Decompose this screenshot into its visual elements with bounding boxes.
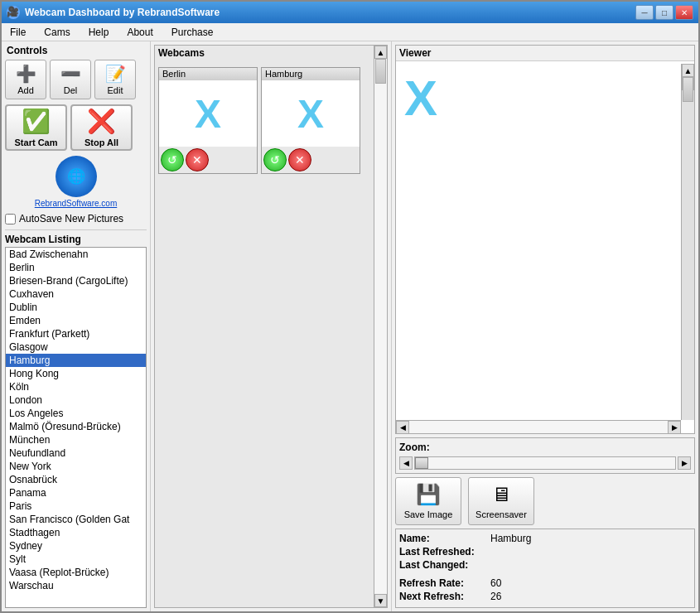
screensaver-icon: 🖥 xyxy=(491,483,511,506)
info-changed-row: Last Changed: xyxy=(399,559,691,571)
scroll-thumb[interactable] xyxy=(375,59,386,84)
webcam-list-item[interactable]: Glasgow xyxy=(6,340,146,354)
save-image-icon: 💾 xyxy=(416,483,441,506)
info-refreshed-label: Last Refreshed: xyxy=(399,546,490,557)
maximize-button[interactable]: □ xyxy=(655,5,673,20)
zoom-right-arrow[interactable]: ▶ xyxy=(678,456,691,470)
brand-logo: 🌐 RebrandSoftware.com xyxy=(5,156,147,208)
webcam-thumb-title: Berlin xyxy=(159,68,257,80)
menu-about[interactable]: About xyxy=(123,25,156,40)
h-scroll-track xyxy=(409,421,668,434)
del-button[interactable]: ➖ Del xyxy=(50,60,91,99)
h-scroll-right[interactable]: ▶ xyxy=(668,421,681,434)
minimize-button[interactable]: ─ xyxy=(635,5,654,20)
title-bar: 🎥 Webcam Dashboard by RebrandSoftware ─ … xyxy=(2,2,698,23)
webcam-list-item[interactable]: Hong Kong xyxy=(6,367,146,380)
webcam-list-item[interactable]: Warschau xyxy=(6,579,146,592)
stop-all-icon: ❌ xyxy=(87,108,116,135)
center-panel: Webcams Berlin X ↺ ✕ Hamburg X ↺ ✕ ▲ xyxy=(151,41,392,611)
webcam-list-item[interactable]: New York xyxy=(6,460,146,473)
webcam-list-item[interactable]: Berlin xyxy=(6,261,146,274)
webcam-listing-label: Webcam Listing xyxy=(5,229,147,245)
webcam-list-item[interactable]: San Francisco (Golden Gat xyxy=(6,513,146,526)
thumb-stop-button[interactable]: ✕ xyxy=(288,148,311,171)
webcam-list-item[interactable]: Sydney xyxy=(6,539,146,553)
menu-file[interactable]: File xyxy=(7,25,29,40)
info-name-row: Name: Hamburg xyxy=(399,533,691,544)
viewer-x-placeholder: X xyxy=(404,70,437,127)
del-icon: ➖ xyxy=(60,64,81,84)
webcam-list-item[interactable]: Hamburg xyxy=(6,354,146,367)
title-controls: ─ □ ✕ xyxy=(635,5,693,20)
webcam-list-item[interactable]: Bad Zwischenahn xyxy=(6,248,146,261)
webcam-list-item[interactable]: München xyxy=(6,433,146,446)
viewer-scroll-up[interactable]: ▲ xyxy=(682,64,694,77)
viewer-label: Viewer xyxy=(396,46,694,61)
webcam-list-item[interactable]: London xyxy=(6,393,146,407)
webcam-list-item[interactable]: Osnabrück xyxy=(6,473,146,486)
webcam-list-item[interactable]: Los Angeles xyxy=(6,407,146,420)
info-next-label: Next Refresh: xyxy=(399,591,490,602)
webcam-list-item[interactable]: Paris xyxy=(6,500,146,513)
webcam-list-item[interactable]: Neufundland xyxy=(6,446,146,460)
webcam-list-item[interactable]: Sylt xyxy=(6,553,146,566)
menu-purchase[interactable]: Purchase xyxy=(168,25,217,40)
thumb-refresh-button[interactable]: ↺ xyxy=(161,148,184,171)
close-button[interactable]: ✕ xyxy=(675,5,693,20)
webcam-list-item[interactable]: Vaasa (Replot-Brücke) xyxy=(6,566,146,579)
webcam-list-item[interactable]: Stadthagen xyxy=(6,526,146,539)
add-label: Add xyxy=(17,85,34,95)
stop-all-button[interactable]: ❌ Stop All xyxy=(70,104,133,151)
info-next-value: 26 xyxy=(490,591,501,602)
edit-button[interactable]: 📝 Edit xyxy=(94,60,136,99)
viewer-scrollbar-h[interactable]: ◀ ▶ xyxy=(396,420,681,433)
webcam-list[interactable]: Bad ZwischenahnBerlinBriesen-Brand (Carg… xyxy=(5,247,147,608)
brand-url[interactable]: RebrandSoftware.com xyxy=(5,199,147,208)
webcams-scrollbar[interactable]: ▲ ▼ xyxy=(374,46,387,607)
start-cam-label: Start Cam xyxy=(15,138,58,147)
zoom-section: Zoom: ◀ ▶ xyxy=(395,437,695,474)
add-icon: ➕ xyxy=(16,64,36,84)
webcam-list-item[interactable]: Emden xyxy=(6,314,146,327)
thumb-stop-button[interactable]: ✕ xyxy=(186,148,209,171)
start-cam-button[interactable]: ✅ Start Cam xyxy=(5,104,67,151)
webcam-list-item[interactable]: Cuxhaven xyxy=(6,287,146,301)
add-button[interactable]: ➕ Add xyxy=(5,60,46,99)
h-scroll-left[interactable]: ◀ xyxy=(396,421,409,434)
webcam-list-item[interactable]: Köln xyxy=(6,380,146,393)
zoom-slider-row: ◀ ▶ xyxy=(399,456,691,470)
right-panel: Viewer X ◀ ▶ ▲ ▼ xyxy=(392,41,698,611)
menu-bar: File Cams Help About Purchase xyxy=(2,23,698,41)
controls-toolbar: ➕ Add ➖ Del 📝 Edit xyxy=(5,60,147,99)
menu-cams[interactable]: Cams xyxy=(41,25,73,40)
menu-help[interactable]: Help xyxy=(85,25,113,40)
edit-label: Edit xyxy=(108,85,123,95)
zoom-label: Zoom: xyxy=(399,442,691,453)
zoom-slider[interactable] xyxy=(414,456,676,470)
window-title: Webcam Dashboard by RebrandSoftware xyxy=(25,7,220,18)
webcam-list-item[interactable]: Malmö (Öresund-Brücke) xyxy=(6,420,146,433)
stop-all-label: Stop All xyxy=(84,138,118,147)
save-image-label: Save Image xyxy=(404,509,453,519)
left-panel: Controls ➕ Add ➖ Del 📝 Edit ✅ xyxy=(2,41,151,611)
info-rate-value: 60 xyxy=(490,577,501,589)
webcam-list-item[interactable]: Frankfurt (Parkett) xyxy=(6,327,146,340)
zoom-left-arrow[interactable]: ◀ xyxy=(399,456,413,470)
autosave-checkbox[interactable] xyxy=(5,214,16,224)
zoom-thumb[interactable] xyxy=(415,457,428,469)
scroll-down-arrow[interactable]: ▼ xyxy=(374,594,387,607)
viewer-scrollbar-v[interactable]: ▲ ▼ xyxy=(681,64,694,420)
webcams-section: Webcams Berlin X ↺ ✕ Hamburg X ↺ ✕ ▲ xyxy=(154,45,388,608)
webcam-list-item[interactable]: Dublin xyxy=(6,301,146,314)
screensaver-label: Screensaver xyxy=(476,509,527,519)
webcam-list-item[interactable]: Briesen-Brand (CargoLifte) xyxy=(6,274,146,287)
info-section: Name: Hamburg Last Refreshed: Last Chang… xyxy=(395,529,695,608)
save-image-button[interactable]: 💾 Save Image xyxy=(395,477,461,525)
viewer-scroll-thumb[interactable] xyxy=(683,77,693,102)
thumb-refresh-button[interactable]: ↺ xyxy=(263,148,287,171)
webcam-list-item[interactable]: Panama xyxy=(6,486,146,500)
webcam-thumb-image: X xyxy=(159,80,257,147)
webcam-thumbnail: Berlin X ↺ ✕ xyxy=(158,67,258,174)
scroll-up-arrow[interactable]: ▲ xyxy=(374,46,387,59)
screensaver-button[interactable]: 🖥 Screensaver xyxy=(468,477,534,525)
